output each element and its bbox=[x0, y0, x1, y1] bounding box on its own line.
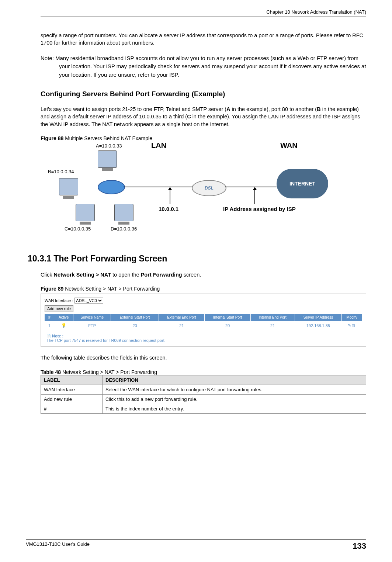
col-active: Active bbox=[54, 314, 73, 321]
label-wan: WAN bbox=[280, 141, 298, 150]
pc-b-icon bbox=[59, 178, 78, 195]
section-heading-port-forwarding-screen: 10.3.1 The Port Forwarding Screen bbox=[28, 254, 366, 264]
edit-icon[interactable]: ✎ bbox=[348, 323, 351, 327]
arrow-isp bbox=[254, 189, 255, 204]
intro-paragraph: specify a range of port numbers. You can… bbox=[41, 32, 366, 47]
cell-server-ip: 192.168.1.35 bbox=[295, 321, 341, 330]
cell-service: FTP bbox=[73, 321, 111, 330]
table-row: WAN Interface Select the WAN interface f… bbox=[41, 385, 366, 394]
label-cell: # bbox=[41, 404, 103, 413]
figure-89-caption: Figure 89 Network Setting > NAT > Port F… bbox=[41, 286, 366, 292]
active-bulb-icon[interactable] bbox=[61, 323, 66, 327]
pc-d-icon bbox=[114, 204, 133, 221]
header-rule bbox=[41, 17, 366, 17]
label-c: C=10.0.0.35 bbox=[65, 226, 91, 232]
description-table: LABEL DESCRIPTION WAN Interface Select t… bbox=[41, 375, 366, 414]
label-d: D=10.0.0.36 bbox=[111, 226, 137, 232]
wan-interface-select[interactable]: ADSL_VC0 bbox=[74, 298, 103, 303]
figure-88-caption: Figure 88 Multiple Servers Behind NAT Ex… bbox=[41, 135, 366, 141]
col-num: # bbox=[45, 314, 54, 321]
pc-a-icon bbox=[98, 150, 117, 168]
cell-int-end: 21 bbox=[250, 321, 295, 330]
label-cell: WAN Interface bbox=[41, 385, 103, 394]
page-footer: VMG1312-T10C User's Guide 133 bbox=[26, 539, 366, 551]
cell-modify: ✎🗑 bbox=[342, 321, 362, 330]
col-service: Service Name bbox=[73, 314, 111, 321]
cell-ext-end: 21 bbox=[159, 321, 205, 330]
col-int-start: Internal Start Port bbox=[205, 314, 251, 321]
cell-active bbox=[54, 321, 73, 330]
cell-int-start: 20 bbox=[205, 321, 251, 330]
col-server-ip: Server IP Address bbox=[295, 314, 341, 321]
chapter-header: Chapter 10 Network Address Translation (… bbox=[41, 9, 366, 15]
th-desc: DESCRIPTION bbox=[103, 375, 366, 385]
desc-cell: Click this to add a new port forwarding … bbox=[103, 394, 366, 404]
section-heading-configuring: Configuring Servers Behind Port Forwardi… bbox=[41, 90, 366, 98]
click-instruction: Click Network Setting > NAT to open the … bbox=[41, 271, 366, 278]
desc-cell: Select the WAN interface for which to co… bbox=[103, 385, 366, 394]
col-ext-start: External Start Port bbox=[111, 314, 159, 321]
line-dsl-cloud bbox=[225, 187, 277, 187]
arrow-gateway bbox=[170, 189, 170, 204]
table-row: # This is the index number of the entry. bbox=[41, 404, 366, 413]
label-a: A=10.0.0.33 bbox=[96, 143, 122, 149]
desc-cell: This is the index number of the entry. bbox=[103, 404, 366, 413]
label-cell: Add new rule bbox=[41, 394, 103, 404]
col-int-end: Internal End Port bbox=[250, 314, 295, 321]
col-ext-end: External End Port bbox=[159, 314, 205, 321]
dsl-modem-icon: DSL bbox=[192, 180, 226, 196]
th-label: LABEL bbox=[41, 375, 103, 385]
label-b: B=10.0.0.34 bbox=[48, 169, 74, 174]
line-router-dsl bbox=[124, 187, 192, 187]
port-forwarding-table: # Active Service Name External Start Por… bbox=[45, 314, 362, 330]
screenshot-note: Note : The TCP port 7547 is reserved for… bbox=[45, 334, 362, 343]
example-paragraph: Let's say you want to assign ports 21-25… bbox=[41, 105, 366, 128]
label-lan: LAN bbox=[151, 141, 166, 150]
table-row: 1 FTP 20 21 20 21 192.168.1.35 ✎🗑 bbox=[45, 321, 362, 330]
port-forwarding-screenshot: WAN Interface : ADSL_VC0 Add new rule # … bbox=[41, 294, 366, 347]
wan-interface-label: WAN Interface : bbox=[45, 298, 73, 303]
internet-cloud-icon: INTERNET bbox=[277, 169, 328, 198]
delete-icon[interactable]: 🗑 bbox=[352, 323, 356, 327]
pc-c-icon bbox=[76, 204, 95, 221]
network-diagram: A=10.0.0.33 LAN WAN B=10.0.0.34 C=10.0.0… bbox=[48, 143, 366, 239]
footer-guide-name: VMG1312-T10C User's Guide bbox=[26, 541, 90, 551]
note-icon bbox=[46, 334, 51, 338]
table-48-caption: Table 48 Network Setting > NAT > Port Fo… bbox=[41, 369, 366, 375]
add-new-rule-button[interactable]: Add new rule bbox=[45, 305, 73, 312]
table-intro-text: The following table describes the fields… bbox=[41, 354, 366, 361]
isp-note: Note: Many residential broadband ISP acc… bbox=[41, 54, 366, 79]
label-isp-ip: IP Address assigned by ISP bbox=[223, 206, 296, 212]
table-row: Add new rule Click this to add a new por… bbox=[41, 394, 366, 404]
page-number: 133 bbox=[353, 541, 366, 551]
label-gateway-ip: 10.0.0.1 bbox=[159, 206, 178, 212]
router-icon bbox=[98, 180, 125, 194]
col-modify: Modify bbox=[342, 314, 362, 321]
cell-num: 1 bbox=[45, 321, 54, 330]
cell-ext-start: 20 bbox=[111, 321, 159, 330]
